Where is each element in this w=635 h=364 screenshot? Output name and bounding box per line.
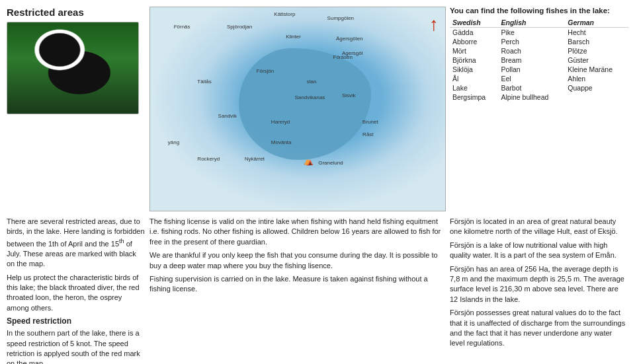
col-left: Restricted areas (7, 7, 146, 211)
restricted-title: Restricted areas (7, 7, 146, 18)
bird-image (7, 22, 139, 114)
fish-cell: Eel (499, 74, 566, 83)
fishing-p3: Fishing supervision is carried on in the… (149, 274, 446, 295)
map-label-stan: stan (306, 79, 316, 85)
fish-cell: Perch (499, 37, 566, 46)
map-label-nykarret: Nykärret (245, 156, 265, 162)
lake-p1: Försjön is located in an area of great n… (450, 217, 628, 237)
map-label-rockeryd: Rockeryd (197, 156, 220, 162)
bird-image-inner (7, 22, 138, 114)
page: Restricted areas Kättstorp Sumpgölen För… (0, 0, 635, 364)
lake-p2: Försjön is a lake of low nutritional val… (450, 240, 628, 261)
lake-p4: Försjön possesses great natural values d… (450, 308, 628, 349)
fish-cell: Siklöja (450, 65, 499, 74)
col-bottom-mid: The fishing license is valid on the inti… (149, 217, 446, 364)
bottom-section: There are several restricted areas, due … (7, 217, 628, 364)
restricted-desc2: Help us protect the characteristic birds… (7, 273, 146, 314)
fish-cell: Alpine bullhead (499, 92, 566, 102)
map-label-sandvikanas: Sandvikanas (295, 94, 325, 100)
map-label-spjorodjan: Spjörodjan (227, 24, 252, 30)
fish-cell: Roach (499, 46, 566, 55)
fish-row: AbborrePerchBarsch (450, 37, 628, 46)
map-label-kattstorp: Kättstorp (274, 11, 295, 17)
map-label-klinter: Klinter (286, 34, 301, 40)
fish-row: BergsimpaAlpine bullhead (450, 92, 628, 102)
col-bottom-right: Försjön is located in an area of great n… (450, 217, 628, 364)
fish-cell: Plötze (565, 46, 628, 55)
fish-row: ÅlEelAhlen (450, 74, 628, 83)
map-label-forsjn: Försjön (257, 68, 275, 74)
map-label-tallas: Tällås (197, 79, 211, 85)
fish-cell: Barbot (499, 83, 566, 92)
fish-cell: Kleine Maräne (565, 65, 628, 74)
map-container: Kättstorp Sumpgölen Förnäs Spjörodjan Kl… (149, 7, 446, 211)
map-label-sumpgolen: Sumpgölen (327, 15, 354, 21)
fish-cell: Ahlen (565, 74, 628, 83)
fishing-p1: The fishing license is valid on the inti… (149, 217, 446, 247)
fish-row: BjörknaBreamGüster (450, 55, 628, 65)
map-label-brunet: Brunet (362, 119, 378, 125)
fish-cell: Ål (450, 74, 499, 83)
campsite-icon: ⛺ (304, 157, 314, 166)
col-bottom-left: There are several restricted areas, due … (7, 217, 146, 364)
col-header-swedish: Swedish (450, 18, 499, 28)
fish-cell: Bream (499, 55, 566, 65)
fish-row: MörtRoachPlötze (450, 46, 628, 55)
fish-cell: Güster (565, 55, 628, 65)
fish-cell: Mört (450, 46, 499, 55)
map-label-fornas: Förnäs (174, 24, 190, 30)
map-label-granelund: Granelund (318, 160, 343, 166)
fish-cell: Pollan (499, 65, 566, 74)
col-header-english: English (499, 18, 566, 28)
map-label-movanta: Movänta (271, 139, 292, 145)
fishing-p2: We are thankful if you only keep the fis… (149, 250, 446, 271)
fish-cell: Lake (450, 83, 499, 92)
lake-p3: Försjön has an area of 256 Ha, the avera… (450, 264, 628, 305)
fish-row: LakeBarbotQuappe (450, 83, 628, 92)
map-label-agersgolen: Ägersgölen (336, 36, 362, 42)
fish-cell: Quappe (565, 83, 628, 92)
speed-title: Speed restriction (7, 316, 146, 326)
fish-cell: Pike (499, 28, 566, 38)
north-arrow: ↑ (429, 14, 439, 35)
fish-cell: Gädda (450, 28, 499, 38)
fish-cell: Abborre (450, 37, 499, 46)
map-bg: Kättstorp Sumpgölen Förnäs Spjörodjan Kl… (150, 7, 445, 211)
map-label-sisvik: Sisvik (342, 92, 356, 98)
fish-cell: Barsch (565, 37, 628, 46)
map-label-hareryd: Hareryd (271, 119, 290, 125)
top-section: Restricted areas Kättstorp Sumpgölen För… (7, 7, 628, 211)
fish-table-title: You can find the following fishes in the… (450, 7, 628, 15)
col-right: You can find the following fishes in the… (450, 7, 628, 211)
fish-cell: Björkna (450, 55, 499, 65)
fish-row: GäddaPikeHecht (450, 28, 628, 38)
fish-row: SiklöjaPollanKleine Maräne (450, 65, 628, 74)
restricted-desc1: There are several restricted areas, due … (7, 217, 146, 270)
fish-cell (565, 92, 628, 102)
fish-cell: Hecht (565, 28, 628, 38)
map-label-yang: yäng (168, 139, 179, 145)
fish-table: Swedish English German GäddaPikeHechtAbb… (450, 18, 628, 102)
map-label-forasen: Föräsen (333, 54, 353, 60)
map-label-sandvik: Sandvik (218, 113, 237, 119)
col-header-german: German (565, 18, 628, 28)
lake-shape (239, 48, 372, 160)
map-label-rast: Råst (362, 131, 373, 137)
fish-cell: Bergsimpa (450, 92, 499, 102)
speed-desc: In the southern part of the lake, there … (7, 328, 146, 364)
col-map: Kättstorp Sumpgölen Förnäs Spjörodjan Kl… (149, 7, 446, 211)
